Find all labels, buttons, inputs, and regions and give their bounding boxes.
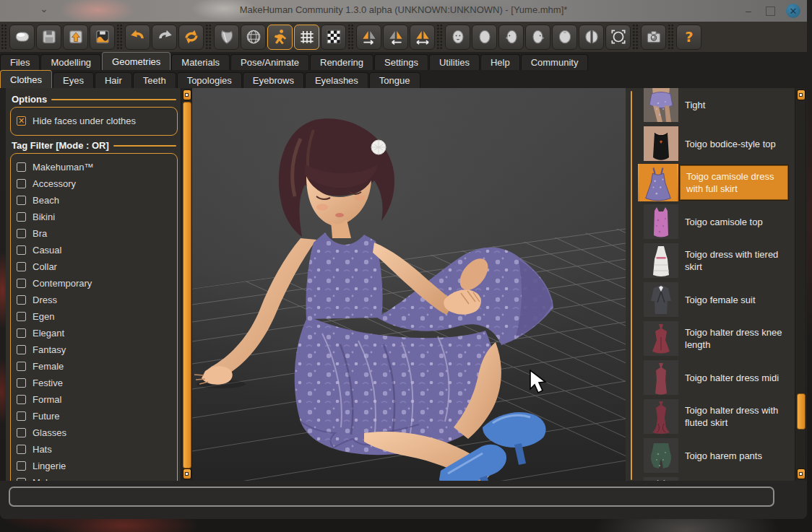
clothes-label: Toigo halter dress with fluted skirt xyxy=(685,404,792,429)
checkbox-box xyxy=(17,328,26,338)
checkbox-tag-bra[interactable]: Bra xyxy=(17,225,173,242)
left-scrollbar-thumb[interactable] xyxy=(183,102,191,468)
checkbox-tag-female[interactable]: Female xyxy=(17,358,173,375)
new-mesh-button[interactable] xyxy=(9,25,35,50)
subtab-eyelashes[interactable]: Eyelashes xyxy=(305,72,368,88)
clothes-item-toigo-camisole-dress-with-full-skirt[interactable]: Toigo camisole dress with full skirt xyxy=(637,163,795,202)
save-file-button[interactable] xyxy=(36,25,61,50)
subtab-teeth[interactable]: Teeth xyxy=(133,72,176,88)
clothes-item-toigo-female-suit[interactable]: Toigo female suit xyxy=(637,280,795,319)
clothes-thumb xyxy=(644,88,678,122)
checkbox-tag-beach[interactable]: Beach xyxy=(17,192,173,209)
tab-geometries[interactable]: Geometries xyxy=(102,52,170,70)
tab-utilities[interactable]: Utilities xyxy=(429,54,480,70)
tab-community[interactable]: Community xyxy=(521,54,589,70)
show-grid-button[interactable] xyxy=(294,25,319,50)
checkbox-tag-casual[interactable]: Casual xyxy=(17,242,173,258)
clothes-item-tight[interactable]: Tight xyxy=(637,88,795,124)
top-view-button[interactable] xyxy=(552,25,577,50)
grab-screenshot-button[interactable] xyxy=(641,25,666,50)
checkbox-tag-future[interactable]: Future xyxy=(17,408,173,424)
subtab-tongue[interactable]: Tongue xyxy=(369,72,420,88)
front-view-button[interactable] xyxy=(445,25,470,50)
clothes-item-toigo-camisole-top[interactable]: Toigo camisole top xyxy=(637,202,795,241)
tab-help[interactable]: Help xyxy=(480,54,520,70)
symmetry-left-button[interactable] xyxy=(383,25,408,50)
scroll-up-button[interactable] xyxy=(797,90,805,100)
right-scrollbar[interactable] xyxy=(795,88,806,481)
clothes-item-toigo-harem-pants[interactable]: Toigo harem pants xyxy=(637,436,795,475)
wireframe-button[interactable] xyxy=(241,25,266,50)
clothes-item-toigo-bodice-style-top[interactable]: Toigo bodice-style top xyxy=(637,124,795,163)
checkbox-tag-elegant[interactable]: Elegant xyxy=(17,325,173,341)
subtab-clothes[interactable]: Clothes xyxy=(0,70,52,88)
titlebar[interactable]: ⌄ MakeHuman Community 1.3.0 alpha (UNKNO… xyxy=(0,0,807,22)
back-view-button[interactable] xyxy=(472,25,497,50)
clothes-label: Toigo camisole top xyxy=(685,216,763,228)
background-image-button[interactable] xyxy=(321,25,346,50)
checkbox-tag-bikini[interactable]: Bikini xyxy=(17,209,173,225)
scroll-down-button[interactable] xyxy=(797,468,805,479)
checkbox-tag-collar[interactable]: Collar xyxy=(17,258,173,275)
right-view-button[interactable] xyxy=(525,25,550,50)
clothes-item-toigo-keyhole-neck[interactable]: Toigo keyhole neck xyxy=(637,475,795,481)
checkbox-label: Formal xyxy=(33,394,61,405)
export-file-icon xyxy=(93,27,112,46)
checkbox-hide-faces-under-clothes[interactable]: ✕ Hide faces under clothes xyxy=(17,113,173,129)
reset-button[interactable] xyxy=(178,25,204,50)
redo-button[interactable] xyxy=(152,25,177,50)
tab-pose-animate[interactable]: Pose/Animate xyxy=(230,54,309,70)
checkbox-tag-glasses[interactable]: Glasses xyxy=(17,424,173,441)
load-file-button[interactable] xyxy=(63,25,88,50)
export-file-button[interactable] xyxy=(90,25,115,50)
subtab-topologies[interactable]: Topologies xyxy=(177,72,242,88)
minimize-button[interactable]: – xyxy=(740,3,756,19)
left-view-button[interactable] xyxy=(498,25,524,50)
smooth-shading-button[interactable] xyxy=(214,25,239,50)
close-button[interactable]: ✕ xyxy=(785,3,801,19)
clothes-item-toigo-halter-dress-midi[interactable]: Toigo halter dress midi xyxy=(637,358,795,397)
tab-settings[interactable]: Settings xyxy=(374,54,428,70)
checkbox-label: Makehuman™ xyxy=(33,162,94,173)
checkbox-tag-lingerie[interactable]: Lingerie xyxy=(17,458,173,474)
tab-files[interactable]: Files xyxy=(0,54,40,70)
show-skeleton-button[interactable] xyxy=(267,25,293,50)
subtab-eyes[interactable]: Eyes xyxy=(53,72,94,88)
checkbox-tag-accessory[interactable]: Accessory xyxy=(17,175,173,192)
undo-button[interactable] xyxy=(125,25,150,50)
checkbox-tag-egen[interactable]: Egen xyxy=(17,308,173,325)
tab-materials[interactable]: Materials xyxy=(171,54,230,70)
clothes-label: Toigo halter dress knee length xyxy=(685,326,792,351)
clothes-thumb xyxy=(644,204,678,239)
checkbox-tag-makehuman[interactable]: Makehuman™ xyxy=(17,159,173,175)
subtab-eyebrows[interactable]: Eyebrows xyxy=(243,72,304,88)
save-file-icon xyxy=(40,27,59,46)
checkbox-tag-contemporary[interactable]: Contemporary xyxy=(17,275,173,292)
checkbox-tag-hats[interactable]: Hats xyxy=(17,441,173,458)
checkbox-tag-dress[interactable]: Dress xyxy=(17,292,173,308)
checkbox-tag-fantasy[interactable]: Fantasy xyxy=(17,341,173,358)
clothes-item-toigo-halter-dress-with-fluted-skirt[interactable]: Toigo halter dress with fluted skirt xyxy=(637,397,795,436)
tab-modelling[interactable]: Modelling xyxy=(40,54,101,70)
clothes-thumb xyxy=(644,282,678,317)
symmetry-both-icon xyxy=(413,27,432,46)
symmetry-both-button[interactable] xyxy=(410,25,435,50)
subtab-hair[interactable]: Hair xyxy=(95,72,132,88)
symmetry-right-button[interactable] xyxy=(356,25,381,50)
viewport-3d[interactable] xyxy=(192,88,626,481)
scroll-down-button[interactable] xyxy=(183,468,191,479)
clothes-item-toigo-dress-with-tiered-skirt[interactable]: Toigo dress with tiered skirt xyxy=(637,241,795,280)
help-button[interactable]: ? xyxy=(676,25,701,50)
clothes-label: Toigo bodice-style top xyxy=(685,138,776,150)
maximize-button[interactable] xyxy=(762,3,778,19)
tab-rendering[interactable]: Rendering xyxy=(310,54,373,70)
clothes-item-toigo-halter-dress-knee-length[interactable]: Toigo halter dress knee length xyxy=(637,319,795,358)
scroll-up-button[interactable] xyxy=(183,90,191,100)
left-scrollbar[interactable] xyxy=(181,88,192,481)
checkbox-tag-festive[interactable]: Festive xyxy=(17,375,173,391)
right-scrollbar-thumb[interactable] xyxy=(797,393,805,429)
window-title: MakeHuman Community 1.3.0 alpha (UNKNOWN… xyxy=(0,4,807,15)
global-camera-button[interactable] xyxy=(605,25,631,50)
split-view-button[interactable] xyxy=(579,25,604,50)
checkbox-tag-formal[interactable]: Formal xyxy=(17,391,173,408)
